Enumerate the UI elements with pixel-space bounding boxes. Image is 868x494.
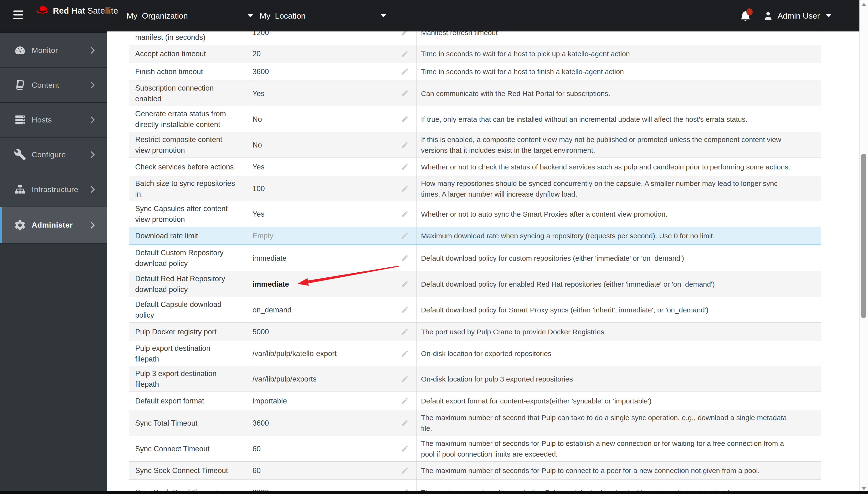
setting-value-cell: immediate (248, 271, 417, 297)
setting-name: Pulp 3 export destination filepath (129, 366, 248, 392)
organization-selector[interactable]: My_Organization (127, 0, 253, 32)
setting-name: Pulp Docker registry port (129, 323, 248, 341)
setting-description: Default download policy for custom repos… (417, 245, 821, 271)
setting-value: Yes (252, 88, 265, 99)
brand-logo[interactable]: Red HatSatellite (35, 5, 118, 16)
sidebar-item-infrastructure[interactable]: Infrastructure (0, 172, 107, 207)
edit-pencil-icon[interactable] (401, 68, 409, 76)
table-row: Sync Connect Timeout60The maximum number… (129, 436, 821, 461)
edit-pencil-icon[interactable] (401, 254, 409, 262)
table-row: Default Capsule download policyon_demand… (129, 297, 821, 323)
setting-value: No (252, 140, 262, 150)
hamburger-menu-icon[interactable] (13, 11, 23, 21)
setting-value: 20 (252, 49, 261, 59)
book-icon (14, 79, 26, 91)
edit-pencil-icon[interactable] (401, 280, 409, 288)
edit-pencil-icon[interactable] (401, 349, 409, 358)
edit-pencil-icon[interactable] (401, 445, 409, 453)
table-row: Subscription connection enabledYesCan co… (129, 81, 821, 106)
setting-value: 1200 (252, 32, 269, 38)
setting-value: on_demand (252, 305, 291, 315)
setting-value-cell: importable (248, 392, 417, 410)
setting-name: Batch size to sync repositories in. (129, 176, 248, 201)
setting-name: Sync Total Timeout (129, 410, 248, 436)
sidebar-item-configure[interactable]: Configure (0, 137, 107, 172)
scrollbar-thumb[interactable] (861, 154, 866, 318)
edit-pencil-icon[interactable] (401, 89, 409, 97)
sidebar-item-hosts[interactable]: Hosts (0, 103, 107, 137)
table-row: Generate errata status from directly-ins… (129, 106, 821, 132)
edit-pencil-icon[interactable] (401, 141, 409, 149)
sidebar-item-label: Content (32, 81, 59, 90)
organization-selector-label: My_Organization (127, 11, 188, 20)
setting-value: No (252, 114, 262, 125)
edit-pencil-icon[interactable] (401, 397, 409, 405)
setting-description: Manifest refresh timeout (417, 32, 821, 45)
edit-pencil-icon[interactable] (401, 163, 409, 171)
table-row: Default Custom Repository download polic… (129, 245, 821, 271)
chevron-right-icon (88, 80, 97, 90)
chevron-right-icon (88, 185, 97, 194)
table-row: Pulp 3 export destination filepath/var/l… (129, 366, 821, 392)
setting-description: Whether or not to auto sync the Smart Pr… (417, 201, 821, 227)
setting-description: Time in seconds to wait for a host to fi… (417, 62, 821, 80)
setting-name: Default export format (129, 392, 248, 410)
setting-value-cell: Yes (248, 201, 417, 227)
setting-value: /var/lib/pulp/exports (252, 374, 317, 384)
table-row: Download rate limitEmptyMaximum download… (129, 227, 821, 245)
table-row: Sync Total Timeout3600The maximum number… (129, 410, 821, 436)
notifications-bell-icon[interactable] (739, 9, 752, 22)
setting-description: If this is enabled, a composite content … (417, 132, 821, 157)
setting-value: /var/lib/pulp/katello-export (252, 348, 337, 359)
setting-description: Default download policy for enabled Red … (417, 271, 821, 297)
setting-value: importable (252, 396, 287, 406)
chevron-down-icon (248, 14, 253, 17)
edit-pencil-icon[interactable] (401, 232, 409, 240)
brand-name-bold: Red Hat (53, 6, 86, 15)
setting-name: Subscription connection enabled (129, 81, 248, 106)
table-row: Finish action timeout3600Time in seconds… (129, 62, 821, 81)
setting-value-cell: Yes (248, 81, 417, 106)
edit-pencil-icon[interactable] (401, 50, 409, 58)
location-selector[interactable]: My_Location (260, 0, 386, 32)
setting-value: Empty (252, 230, 273, 241)
setting-name: Accept action timeout (129, 45, 248, 62)
setting-name: Default Red Hat Repository download poli… (129, 271, 248, 297)
setting-value: Yes (252, 209, 265, 220)
edit-pencil-icon[interactable] (401, 32, 409, 36)
sidebar: MonitorContentHostsConfigureInfrastructu… (0, 32, 107, 491)
user-menu[interactable]: Admin User (762, 10, 831, 21)
sidebar-item-label: Configure (32, 150, 66, 159)
scrollbar-down-arrow-icon[interactable] (861, 487, 867, 490)
edit-pencil-icon[interactable] (401, 375, 409, 383)
sidebar-item-administer[interactable]: Administer (0, 207, 107, 244)
user-name: Admin User (777, 11, 820, 20)
table-row: Check services before actionsYesWhether … (129, 158, 821, 176)
edit-pencil-icon[interactable] (401, 115, 409, 123)
setting-description: Whether or not to check the status of ba… (417, 158, 821, 176)
edit-pencil-icon[interactable] (401, 328, 409, 336)
setting-description: The maximum number of seconds for Pulp t… (417, 461, 821, 479)
screen-bottom-edge (0, 491, 868, 494)
setting-value-cell: /var/lib/pulp/exports (248, 366, 417, 392)
setting-value: immediate (252, 279, 289, 289)
edit-pencil-icon[interactable] (401, 210, 409, 218)
sidebar-item-label: Monitor (32, 46, 58, 55)
sidebar-item-content[interactable]: Content (0, 68, 107, 103)
setting-value-cell: No (248, 132, 417, 157)
edit-pencil-icon[interactable] (401, 419, 409, 427)
setting-name: Default Capsule download policy (129, 297, 248, 322)
setting-value-cell: 60 (248, 436, 417, 461)
scrollbar-up-arrow-icon[interactable] (861, 3, 867, 6)
table-row: Pulp export destination filepath/var/lib… (129, 341, 821, 366)
setting-value-cell: Yes (248, 158, 417, 176)
red-hat-logo-icon (35, 5, 50, 16)
setting-description: The port used by Pulp Crane to provide D… (417, 323, 821, 341)
edit-pencil-icon[interactable] (401, 306, 409, 314)
table-row: Default export formatimportableDefault e… (129, 392, 821, 410)
edit-pencil-icon[interactable] (401, 467, 409, 475)
setting-name: Sync Sock Connect Timeout (129, 461, 248, 479)
setting-description: Default export format for content-export… (417, 392, 821, 410)
sidebar-item-monitor[interactable]: Monitor (0, 33, 107, 68)
edit-pencil-icon[interactable] (401, 185, 409, 193)
